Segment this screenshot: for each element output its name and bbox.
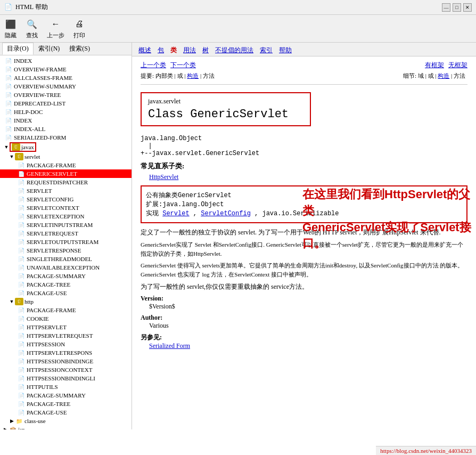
tab-overview[interactable]: 概述 bbox=[136, 45, 153, 56]
child-class: +--javax.servlet.GenericServlet bbox=[141, 150, 467, 157]
print-button[interactable]: 🖨 打印 bbox=[73, 18, 86, 39]
tree-item-index2[interactable]: 📄 INDEX bbox=[0, 116, 132, 125]
tree-item-servletconfig[interactable]: 📄 SERVLETCONFIG bbox=[0, 195, 132, 204]
tree-item-deprecated-list[interactable]: 📄 DEPRECATED-LIST bbox=[0, 99, 132, 108]
page-icon: 📄 bbox=[4, 83, 13, 90]
tree-item-httpservletresponse[interactable]: 📄 HTTPSERVLETRESPONS bbox=[0, 348, 132, 357]
tree-item-package-tree[interactable]: 📄 PACKAGE-TREE bbox=[0, 280, 132, 289]
tree-item-servletrequest[interactable]: 📄 SERVLETREQUEST bbox=[0, 229, 132, 238]
base-class: java.lang.Object bbox=[141, 135, 467, 142]
tab-usage[interactable]: 用法 bbox=[181, 45, 198, 56]
folder-icon: 📦 bbox=[9, 426, 17, 429]
page-icon: 📄 bbox=[17, 221, 26, 229]
no-frame-link[interactable]: 无框架 bbox=[448, 61, 467, 70]
tree-item-allclasses-frame[interactable]: 📄 ALLCLASSES-FRAME bbox=[0, 74, 132, 82]
pkg-icon: Ū bbox=[15, 153, 23, 160]
tree-item-unavailableexception[interactable]: 📄 UNAVAILABLEEXCEPTION bbox=[0, 263, 132, 272]
tree-item-singlethreadmodel[interactable]: 📄 SINGLETHREADMODEL bbox=[0, 255, 132, 263]
tab-help[interactable]: 帮助 bbox=[277, 45, 294, 56]
tree-item-overview-tree[interactable]: 📄 OVERVIEW-TREE bbox=[0, 91, 132, 99]
title-bar: 📄 HTML 帮助 — □ ✕ bbox=[0, 0, 476, 15]
tree-item-httpservlet[interactable]: 📄 HTTPSERVLET bbox=[0, 323, 132, 331]
tree-item-genericservlet[interactable]: 📄 GENERICSERVLET bbox=[0, 169, 132, 178]
tree-item-index-all[interactable]: 📄 INDEX-ALL bbox=[0, 125, 132, 133]
tree-item-servletcontext[interactable]: 📄 SERVLETCONTEXT bbox=[0, 204, 132, 212]
sidebar-tabs: 目录(O) 索引(N) 搜索(S) bbox=[0, 43, 132, 55]
tree-item-servletresponse[interactable]: 📄 SERVLETRESPONSE bbox=[0, 246, 132, 255]
implements-label: 实现 bbox=[146, 210, 159, 217]
content-area: 概述 包 类 用法 树 不提倡的用法 索引 帮助 上一个类 下一个类 有框架 无… bbox=[132, 43, 476, 429]
tree-item-servletoutputstream[interactable]: 📄 SERVLETOUTPUTSTREAM bbox=[0, 238, 132, 246]
tree-item-jsp[interactable]: ▶ 📦 jsp bbox=[0, 425, 132, 429]
tree-item-cookie[interactable]: 📄 COOKIE bbox=[0, 314, 132, 323]
expander-servlet: ▼ bbox=[9, 154, 15, 159]
inheritance-arrow: | bbox=[141, 142, 467, 150]
servletconfig-link[interactable]: ServletConfig bbox=[201, 210, 251, 217]
tree-item-serialized-form[interactable]: 📄 SERIALIZED-FORM bbox=[0, 133, 132, 142]
tree-item-httpsessioncontext[interactable]: 📄 HTTPSESSIONCONTEXT bbox=[0, 365, 132, 374]
back-button[interactable]: ← 上一步 bbox=[47, 18, 64, 39]
tree-item-httpservletrequest[interactable]: 📄 HTTPSERVLETREQUEST bbox=[0, 331, 132, 340]
minimize-button[interactable]: — bbox=[442, 3, 450, 12]
tab-deprecated[interactable]: 不提倡的用法 bbox=[213, 45, 256, 56]
tab-index[interactable]: 索引(N) bbox=[34, 43, 65, 55]
tree-item-http-package-summary[interactable]: 📄 PACKAGE-SUMMARY bbox=[0, 391, 132, 400]
constructor-link1[interactable]: 构造 bbox=[187, 72, 199, 79]
tab-index[interactable]: 索引 bbox=[258, 45, 275, 56]
tree-item-servletexception[interactable]: 📄 SERVLETEXCEPTION bbox=[0, 212, 132, 221]
tree-item-servlet2[interactable]: 📄 SERVLET bbox=[0, 186, 132, 195]
author-value: Various bbox=[149, 322, 169, 329]
httpservlet-link[interactable]: HttpServlet bbox=[149, 173, 178, 181]
find-label: 查找 bbox=[26, 31, 38, 39]
tree-item-package-use[interactable]: 📄 PACKAGE-USE bbox=[0, 289, 132, 297]
tree-item-http-package-tree[interactable]: 📄 PACKAGE-TREE bbox=[0, 400, 132, 408]
status-url: https://blog.csdn.net/weixin_44034323 bbox=[380, 448, 472, 454]
desc-line3-post: , java.io.Serializable bbox=[255, 210, 339, 217]
with-frame-link[interactable]: 有框架 bbox=[425, 61, 444, 70]
tab-tree[interactable]: 树 bbox=[200, 45, 211, 56]
tree-item-httpsession[interactable]: 📄 HTTPSESSION bbox=[0, 340, 132, 348]
tree-item-help-doc[interactable]: 📄 HELP-DOC bbox=[0, 108, 132, 116]
maximize-button[interactable]: □ bbox=[453, 3, 461, 12]
tab-contents[interactable]: 目录(O) bbox=[2, 43, 34, 55]
find-button[interactable]: 🔍 查找 bbox=[26, 18, 38, 39]
subclass-heading: 常见直系子类: bbox=[141, 161, 467, 171]
page-icon: 📄 bbox=[17, 264, 26, 271]
tree-item-package-summary[interactable]: 📄 PACKAGE-SUMMARY bbox=[0, 272, 132, 280]
detail-label: 细节: 域 | 或 | 构造 | 方法 bbox=[403, 72, 465, 79]
tree-item-http[interactable]: ▼ Ū http bbox=[0, 297, 132, 306]
tree-item-httputils[interactable]: 📄 HTTPUTILS bbox=[0, 383, 132, 391]
app-icon: 📄 bbox=[4, 3, 12, 11]
serialized-form-link[interactable]: Serialized Form bbox=[149, 342, 190, 350]
tree-item-servletinputstream[interactable]: 📄 SERVLETINPUTSTREAM bbox=[0, 221, 132, 229]
page-icon: 📄 bbox=[4, 100, 13, 107]
page-icon: 📄 bbox=[4, 117, 13, 124]
tab-class[interactable]: 类 bbox=[168, 45, 179, 56]
tree-item-javax[interactable]: ▼ Ū javax bbox=[1, 142, 132, 152]
page-icon: 📄 bbox=[4, 66, 13, 73]
servlet-link[interactable]: Servlet bbox=[162, 210, 189, 217]
tree-item-httpsessionbindinge[interactable]: 📄 HTTPSESSIONBINDINGE bbox=[0, 357, 132, 365]
tab-search[interactable]: 搜索(S) bbox=[64, 43, 95, 55]
tree-item-httpsessionbindinglistener[interactable]: 📄 HTTPSESSIONBINDINGLI bbox=[0, 374, 132, 383]
constructor-link2[interactable]: 构造 bbox=[438, 72, 449, 79]
hide-button[interactable]: ⬛ 隐藏 bbox=[4, 18, 17, 39]
tree-item-index[interactable]: 📄 INDEX bbox=[0, 56, 132, 65]
tree-item-overview-summary[interactable]: 📄 OVERVIEW-SUMMARY bbox=[0, 82, 132, 91]
tree-item-servlet[interactable]: ▼ Ū servlet bbox=[0, 152, 132, 161]
tree-item-requestdispatcher[interactable]: 📄 REQUESTDISPATCHER bbox=[0, 178, 132, 186]
status-bar: https://blog.csdn.net/weixin_44034323 bbox=[376, 446, 476, 455]
tree-item-overview-frame[interactable]: 📄 OVERVIEW-FRAME bbox=[0, 65, 132, 74]
tab-package[interactable]: 包 bbox=[155, 45, 166, 56]
tree-item-package-frame[interactable]: 📄 PACKAGE-FRAME bbox=[0, 161, 132, 169]
print-icon: 🖨 bbox=[73, 18, 86, 30]
tree-item-http-package-use[interactable]: 📄 PACKAGE-USE bbox=[0, 408, 132, 417]
content-nav: 概述 包 类 用法 树 不提倡的用法 索引 帮助 bbox=[132, 43, 476, 56]
prev-class-link[interactable]: 上一个类 bbox=[141, 61, 166, 70]
close-button[interactable]: ✕ bbox=[463, 3, 472, 12]
tree-item-http-package-frame[interactable]: 📄 PACKAGE-FRAME bbox=[0, 306, 132, 314]
page-icon: 📄 bbox=[17, 409, 26, 416]
next-class-link[interactable]: 下一个类 bbox=[170, 61, 196, 70]
page-icon: 📄 bbox=[17, 178, 26, 186]
tree-item-class-use[interactable]: ▶ 📁 class-use bbox=[0, 417, 132, 425]
